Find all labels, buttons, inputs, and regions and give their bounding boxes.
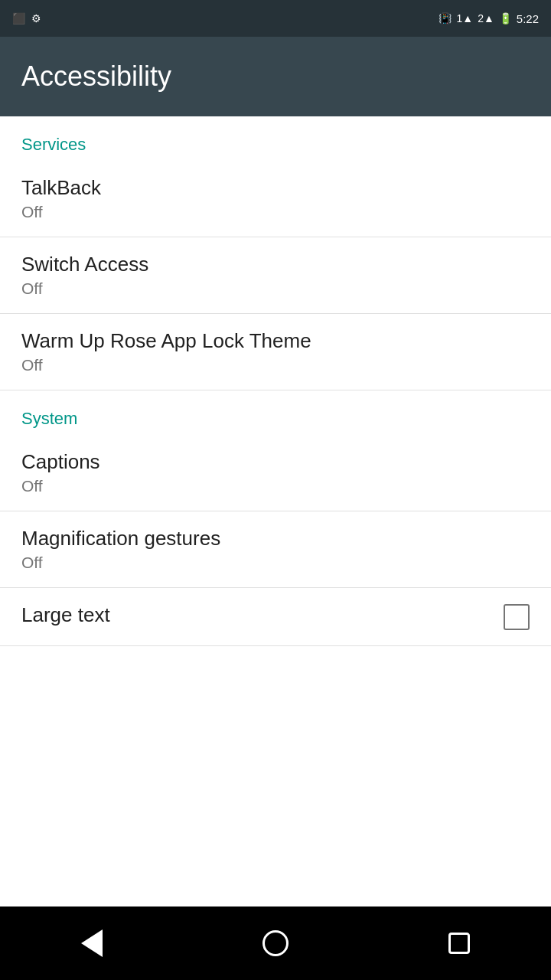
nav-recents-button[interactable]	[429, 920, 490, 966]
signal2-icon: 2▲	[478, 12, 494, 24]
battery-icon: 🔋	[499, 12, 512, 24]
list-item-captions[interactable]: Captions Off	[0, 435, 551, 511]
list-item-warm-up-rose[interactable]: Warm Up Rose App Lock Theme Off	[0, 314, 551, 390]
list-item-switch-access[interactable]: Switch Access Off	[0, 237, 551, 314]
talkback-subtitle: Off	[21, 203, 530, 221]
list-item-talkback[interactable]: TalkBack Off	[0, 161, 551, 237]
nav-back-button[interactable]	[61, 920, 122, 966]
nav-home-button[interactable]	[245, 920, 306, 966]
recents-icon	[448, 933, 470, 954]
status-bar: ⬛ ⚙ 📳 1▲ 2▲ 🔋 5:22	[0, 0, 551, 37]
home-icon	[262, 930, 289, 956]
captions-title: Captions	[21, 450, 530, 474]
section-header-services: Services	[0, 116, 551, 161]
warm-up-rose-title: Warm Up Rose App Lock Theme	[21, 329, 530, 353]
magnification-gestures-title: Magnification gestures	[21, 527, 530, 550]
status-bar-left-icons: ⬛ ⚙	[12, 12, 41, 24]
status-bar-right-icons: 📳 1▲ 2▲ 🔋 5:22	[439, 12, 539, 25]
navigation-bar	[0, 906, 551, 980]
captions-subtitle: Off	[21, 477, 530, 495]
list-item-large-text[interactable]: Large text	[0, 588, 551, 646]
status-time: 5:22	[517, 12, 539, 25]
app-bar: Accessibility	[0, 37, 551, 116]
vibrate-icon: 📳	[439, 12, 452, 24]
large-text-checkbox[interactable]	[504, 604, 530, 630]
large-text-title: Large text	[21, 603, 110, 627]
page-title: Accessibility	[21, 60, 171, 93]
magnification-gestures-subtitle: Off	[21, 554, 530, 572]
content-area: Services TalkBack Off Switch Access Off …	[0, 116, 551, 906]
gallery-icon: ⬛	[12, 12, 25, 24]
list-item-magnification-gestures[interactable]: Magnification gestures Off	[0, 511, 551, 588]
section-header-system: System	[0, 390, 551, 435]
talkback-title: TalkBack	[21, 176, 530, 200]
switch-access-title: Switch Access	[21, 253, 530, 276]
signal1-icon: 1▲	[456, 12, 473, 24]
back-icon	[81, 929, 103, 957]
android-icon: ⚙	[31, 12, 41, 24]
warm-up-rose-subtitle: Off	[21, 356, 530, 374]
switch-access-subtitle: Off	[21, 279, 530, 298]
